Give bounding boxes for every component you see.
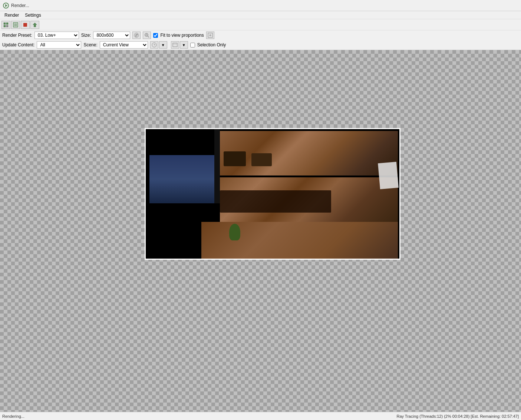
render-canvas <box>145 128 400 260</box>
output-icon-btn-2[interactable]: ▼ <box>180 41 188 49</box>
svg-rect-14 <box>173 43 177 47</box>
stop-button[interactable] <box>21 21 30 29</box>
white-paper <box>378 162 399 189</box>
dark-divider-1 <box>214 129 220 203</box>
render-preset-label: Render Preset: <box>2 33 32 38</box>
furniture-1 <box>224 151 246 166</box>
fit-to-view-checkbox[interactable] <box>153 33 158 38</box>
sky-region <box>149 155 216 203</box>
update-content-label: Update Content: <box>2 42 34 47</box>
selection-only-checkbox[interactable] <box>190 43 195 47</box>
status-left: Rendering... <box>2 414 24 419</box>
menu-render[interactable]: Render <box>1 12 22 19</box>
menu-settings[interactable]: Settings <box>22 12 44 19</box>
size-select[interactable]: 800x600 640x480 1024x768 1280x720 1920x1… <box>93 32 130 39</box>
svg-rect-3 <box>6 23 8 24</box>
scene-select[interactable]: Current View Scene 1 Scene 2 <box>100 41 148 49</box>
canvas-area <box>0 50 521 412</box>
furniture-3 <box>220 190 331 213</box>
zoom-icon-button[interactable] <box>143 32 151 39</box>
scene-label: Scene: <box>83 42 97 47</box>
furniture-2 <box>251 153 272 166</box>
svg-rect-5 <box>6 25 8 27</box>
fit-to-view-label: Fit to view proportions <box>160 33 204 38</box>
render-inner <box>146 129 399 259</box>
plant <box>229 224 240 240</box>
swap-icon-button[interactable] <box>132 32 141 39</box>
wood-floor-top <box>220 131 398 175</box>
svg-point-10 <box>134 33 139 37</box>
menu-bar: Render Settings <box>0 11 521 19</box>
render-region-button[interactable] <box>11 21 20 29</box>
update-content-select[interactable]: All Geometry Lights Materials <box>37 41 81 49</box>
options-row-2: Update Content: All Geometry Lights Mate… <box>0 40 521 50</box>
svg-rect-8 <box>23 23 27 27</box>
selection-only-label: Selection Only <box>197 42 226 47</box>
render-preset-select[interactable]: 03. Low+ 01. Draft 02. Low 04. Medium 05… <box>34 32 79 39</box>
scene-icon-btn-1[interactable] <box>150 41 158 49</box>
toolbar <box>0 19 521 30</box>
svg-rect-4 <box>4 25 6 27</box>
scene-icon-btn-2[interactable]: ▼ <box>159 41 167 49</box>
output-icon-btn-1[interactable] <box>171 41 179 49</box>
render-button[interactable] <box>1 21 10 29</box>
status-bar: Rendering... Ray Tracing (Threads:12) (2… <box>0 412 521 420</box>
status-right: Ray Tracing (Threads:12) (2% 00:04:28) [… <box>396 414 519 419</box>
svg-marker-1 <box>5 4 7 7</box>
options-bar: Render Preset: 03. Low+ 01. Draft 02. Lo… <box>0 30 521 50</box>
export-button[interactable] <box>30 21 39 29</box>
svg-rect-2 <box>4 23 6 24</box>
fit-icon-button[interactable] <box>206 32 214 39</box>
app-icon <box>3 3 9 9</box>
svg-marker-9 <box>33 23 37 27</box>
size-label: Size: <box>81 33 91 38</box>
options-row-1: Render Preset: 03. Low+ 01. Draft 02. Lo… <box>0 30 521 40</box>
svg-rect-7 <box>14 23 17 26</box>
title-text: Render... <box>11 3 29 8</box>
title-bar: Render... <box>0 0 521 11</box>
